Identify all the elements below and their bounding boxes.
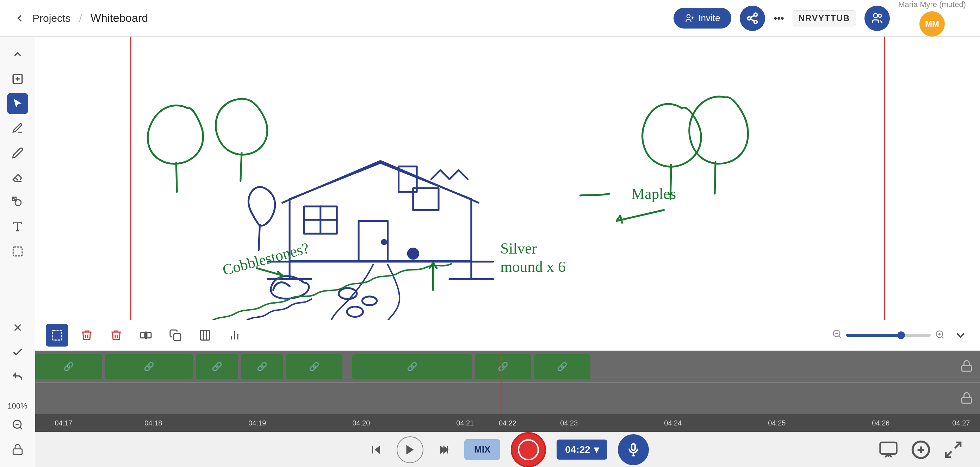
svg-rect-50 — [52, 330, 62, 340]
sidebar-tool-shapes[interactable] — [7, 192, 28, 213]
fast-forward-button[interactable] — [434, 440, 454, 460]
clip-2[interactable]: 🔗 — [105, 354, 193, 379]
timeline-panel: 🔗 🔗 🔗 🔗 🔗 🔗 — [35, 320, 980, 467]
projects-link[interactable]: Projects — [32, 12, 70, 24]
invite-button[interactable]: Invite — [673, 8, 731, 29]
zoom-in-icon[interactable] — [935, 330, 945, 341]
ruler-04-20: 04:20 — [352, 419, 370, 427]
record-button[interactable] — [511, 432, 546, 467]
add-button[interactable] — [908, 437, 934, 462]
clip-7[interactable]: 🔗 — [475, 354, 531, 379]
avatar: MM — [920, 11, 945, 37]
sidebar-tool-eraser[interactable] — [7, 167, 28, 188]
svg-rect-56 — [200, 330, 210, 340]
timecode-display[interactable]: 04:22 ▾ — [557, 440, 607, 460]
rewind-button[interactable] — [366, 440, 386, 460]
sidebar-tool-undo[interactable] — [7, 366, 28, 388]
fullscreen-button[interactable] — [940, 437, 966, 462]
svg-point-35 — [347, 307, 363, 317]
playback-right — [876, 437, 966, 462]
clip-8[interactable]: 🔗 — [534, 354, 590, 379]
delete-clip-button1[interactable] — [75, 324, 98, 346]
delete-clip-button2[interactable] — [105, 324, 127, 346]
svg-marker-73 — [407, 445, 414, 454]
top-bar: Projects / Whiteboard Invite ••• NRVYTTU… — [0, 0, 980, 37]
ruler-04-25: 04:25 — [768, 419, 786, 427]
svg-rect-52 — [147, 332, 151, 338]
svg-line-66 — [942, 336, 943, 338]
timeline-toolbar — [35, 320, 980, 351]
svg-line-86 — [946, 451, 951, 457]
duplicate-button[interactable] — [164, 324, 187, 346]
clip-6[interactable]: 🔗 — [352, 354, 472, 379]
clip-1[interactable]: 🔗 — [35, 354, 102, 379]
mix-button[interactable]: MIX — [464, 439, 500, 460]
muted-user-area: Maria Myre (muted) MM — [898, 0, 966, 37]
sidebar-tool-check[interactable] — [7, 342, 28, 363]
top-bar-right: Invite ••• NRVYTTUB Maria Myre (muted) M… — [673, 0, 966, 37]
svg-line-85 — [955, 442, 961, 448]
svg-rect-51 — [140, 332, 145, 338]
zoom-out-icon[interactable] — [832, 329, 842, 341]
timecode-value: 04:22 — [565, 444, 590, 455]
ruler-04-18: 04:18 — [145, 419, 162, 427]
clip-4[interactable]: 🔗 — [241, 354, 283, 379]
user-info: MM — [920, 11, 945, 37]
sidebar-tool-text[interactable] — [7, 216, 28, 237]
zoom-out-button[interactable] — [7, 414, 28, 435]
svg-point-1 — [754, 13, 757, 16]
select-clip-button[interactable] — [46, 324, 68, 346]
sidebar-tool-select[interactable] — [7, 93, 28, 114]
canvas-area: Cobblestones? Silver mound x 6 Maples co… — [35, 37, 980, 467]
breadcrumb-separator: / — [79, 12, 82, 24]
ruler-04-19: 04:19 — [248, 419, 266, 427]
svg-point-34 — [362, 297, 377, 305]
svg-rect-69 — [962, 365, 972, 372]
user-chip: NRVYTTUB — [792, 10, 856, 26]
svg-text:Cobblestones?: Cobblestones? — [221, 239, 311, 279]
clip-5[interactable]: 🔗 — [286, 354, 342, 379]
ruler-04-27: 04:27 — [952, 419, 970, 427]
chart-button[interactable] — [223, 324, 246, 346]
sidebar-tool-collapse[interactable] — [7, 44, 28, 65]
screen-button[interactable] — [876, 437, 901, 462]
svg-line-37 — [259, 225, 259, 250]
svg-rect-80 — [880, 442, 897, 454]
ruler-04-24: 04:24 — [664, 419, 682, 427]
sidebar-tool-pencil[interactable] — [7, 142, 28, 164]
track-row-2 — [35, 383, 980, 414]
track-row-1: 🔗 🔗 🔗 🔗 🔗 🔗 — [35, 351, 980, 383]
share-button[interactable] — [740, 6, 765, 31]
sidebar-tool-add-frame[interactable] — [7, 68, 28, 89]
mic-button[interactable] — [618, 434, 649, 465]
track2-lock-icon[interactable] — [960, 392, 973, 406]
zoom-control — [832, 329, 945, 341]
split-button[interactable] — [135, 324, 157, 346]
track-lock-icon[interactable] — [960, 360, 973, 374]
svg-point-36 — [408, 249, 418, 259]
play-button[interactable] — [397, 436, 423, 463]
zoom-slider[interactable] — [846, 334, 931, 337]
svg-line-39 — [240, 152, 242, 181]
sidebar-tool-pen[interactable] — [7, 118, 28, 139]
svg-rect-13 — [13, 247, 22, 256]
svg-text:Maples: Maples — [631, 185, 676, 202]
zoom-level: 100% — [7, 402, 27, 411]
svg-point-5 — [878, 14, 881, 17]
sidebar-tool-select-rect[interactable] — [7, 241, 28, 262]
svg-rect-19 — [13, 449, 22, 455]
zoom-lock[interactable] — [7, 439, 28, 460]
collapse-timeline-button[interactable] — [952, 326, 969, 344]
group-icon-button[interactable] — [864, 6, 890, 31]
back-button[interactable] — [14, 13, 25, 24]
svg-rect-77 — [632, 444, 635, 450]
timeline-ruler: 04:17 04:18 04:19 04:20 04:21 04:22 04:2… — [35, 414, 980, 432]
more-icon: ••• — [773, 13, 784, 24]
mask-button[interactable] — [194, 324, 216, 346]
ruler-04-26: 04:26 — [872, 419, 889, 427]
svg-line-17 — [20, 427, 22, 429]
sidebar-tool-close[interactable] — [7, 317, 28, 338]
clip-3[interactable]: 🔗 — [196, 354, 238, 379]
muted-label: Maria Myre (muted) — [898, 0, 966, 9]
more-options-button[interactable]: ••• — [773, 13, 784, 24]
